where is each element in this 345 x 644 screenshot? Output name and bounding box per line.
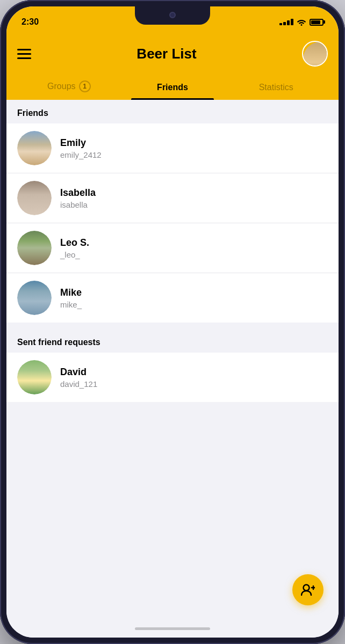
notch <box>135 6 210 25</box>
add-friend-button[interactable] <box>292 574 324 605</box>
home-bar <box>135 627 210 630</box>
mike-avatar <box>17 281 52 315</box>
friend-name: Isabella <box>60 187 96 199</box>
status-icons <box>279 18 324 26</box>
friend-info: Mike mike_ <box>60 287 82 309</box>
david-avatar <box>17 360 52 394</box>
avatar <box>17 360 52 394</box>
add-person-icon <box>301 584 315 596</box>
tab-groups-badge: 1 <box>79 80 91 92</box>
sent-requests-section-header: Sent friend requests <box>6 327 339 353</box>
list-item[interactable]: David david_121 <box>6 353 339 402</box>
friend-username: emily_2412 <box>60 150 102 159</box>
friend-name: Emily <box>60 137 102 149</box>
friend-name: David <box>60 367 97 378</box>
friend-username: mike_ <box>60 300 82 309</box>
hamburger-line <box>17 49 31 50</box>
hamburger-line <box>17 53 31 55</box>
emily-avatar <box>17 131 52 165</box>
hamburger-line <box>17 57 31 59</box>
app-title: Beer List <box>136 46 196 62</box>
friend-username: _leo_ <box>60 250 89 259</box>
friend-info: David david_121 <box>60 367 97 389</box>
status-bar: 2:30 <box>6 6 339 32</box>
list-item[interactable]: Isabella isabella <box>6 173 339 223</box>
list-item[interactable]: Emily emily_2412 <box>6 123 339 173</box>
friends-list: Emily emily_2412 Isabella isabella <box>6 123 339 323</box>
friend-name: Mike <box>60 287 82 298</box>
friend-username: isabella <box>60 200 96 209</box>
avatar <box>17 281 52 315</box>
content-area: Friends Emily emily_2412 <box>6 100 339 619</box>
user-avatar-button[interactable] <box>302 41 328 67</box>
wifi-icon <box>297 18 306 26</box>
notch-camera <box>169 12 176 18</box>
sent-requests-list: David david_121 <box>6 353 339 402</box>
isabella-avatar <box>17 181 52 215</box>
tab-statistics[interactable]: Statistics <box>224 77 328 100</box>
avatar <box>17 131 52 165</box>
avatar <box>17 231 52 265</box>
phone-frame: 2:30 <box>0 0 345 644</box>
list-item[interactable]: Mike mike_ <box>6 273 339 323</box>
svg-point-0 <box>304 585 310 591</box>
tab-friends-label: Friends <box>157 83 188 92</box>
avatar <box>17 181 52 215</box>
menu-button[interactable] <box>17 49 31 59</box>
friend-info: Leo S. _leo_ <box>60 237 89 259</box>
tab-statistics-label: Statistics <box>259 83 293 92</box>
home-indicator <box>6 619 339 638</box>
tab-groups-label: Groups <box>47 82 75 91</box>
friend-info: Emily emily_2412 <box>60 137 102 159</box>
friend-name: Leo S. <box>60 237 89 248</box>
leo-avatar <box>17 231 52 265</box>
status-time: 2:30 <box>21 17 39 27</box>
friend-username: david_121 <box>60 379 97 389</box>
friends-section-header: Friends <box>6 100 339 123</box>
tab-groups[interactable]: Groups 1 <box>17 75 121 100</box>
battery-icon <box>310 19 324 26</box>
tab-friends[interactable]: Friends <box>121 77 225 100</box>
tab-bar: Groups 1 Friends Statistics <box>17 75 328 100</box>
list-item[interactable]: Leo S. _leo_ <box>6 223 339 273</box>
screen: 2:30 <box>6 6 339 638</box>
user-avatar <box>303 42 328 67</box>
friend-info: Isabella isabella <box>60 187 96 209</box>
header: Beer List Groups 1 Friends Statistics <box>6 32 339 100</box>
header-top: Beer List <box>17 36 328 75</box>
signal-icon <box>279 19 293 25</box>
